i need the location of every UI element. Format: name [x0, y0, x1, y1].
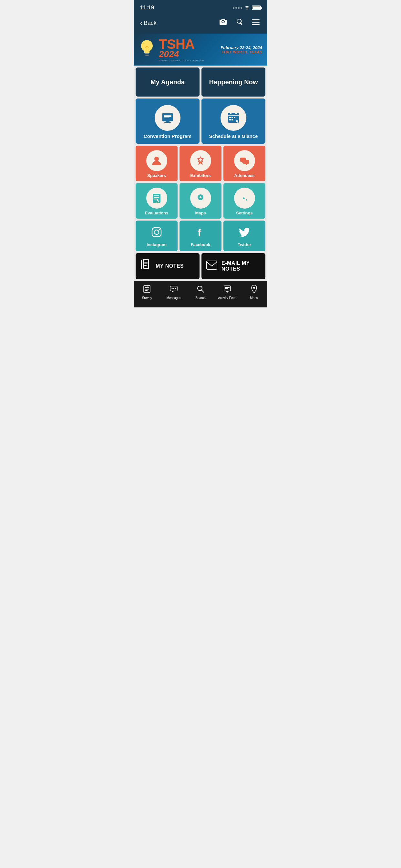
camera-button[interactable] — [218, 17, 228, 29]
year-text: 2024 — [159, 50, 204, 59]
speakers-row: Speakers Exhibitors — [135, 146, 266, 181]
settings-icon — [234, 188, 255, 209]
my-agenda-button[interactable]: My Agenda — [135, 67, 199, 97]
evaluations-label: Evaluations — [145, 211, 168, 215]
maps-label-tile: Maps — [195, 211, 206, 215]
exhibitors-button[interactable]: Exhibitors — [180, 146, 221, 181]
nav-maps[interactable]: Maps — [241, 283, 267, 301]
nav-bar: ‹ Back — [134, 13, 267, 34]
survey-label: Survey — [142, 296, 152, 300]
svg-text:f: f — [197, 226, 202, 238]
maps-button[interactable]: Maps — [180, 183, 221, 219]
svg-rect-13 — [228, 115, 239, 116]
svg-rect-0 — [252, 20, 259, 20]
email-notes-button[interactable]: E-MAIL MY NOTES — [202, 253, 266, 279]
svg-rect-2 — [252, 24, 259, 25]
exhibitors-label: Exhibitors — [190, 173, 211, 178]
svg-rect-4 — [145, 55, 149, 56]
tools-row: Evaluations Maps — [135, 183, 266, 219]
schedule-icon — [220, 105, 246, 131]
attendees-icon — [234, 150, 255, 171]
search-button[interactable] — [235, 17, 245, 29]
svg-rect-16 — [229, 117, 231, 118]
nav-survey[interactable]: Survey — [134, 283, 160, 301]
svg-point-54 — [172, 288, 173, 289]
event-dates: February 22-24, 2024 — [220, 45, 262, 51]
svg-point-37 — [246, 199, 248, 201]
svg-point-56 — [175, 288, 176, 289]
twitter-icon — [238, 226, 251, 240]
facebook-button[interactable]: f Facebook — [180, 221, 221, 251]
status-bar: 11:19 — [134, 0, 267, 13]
svg-rect-7 — [164, 115, 172, 116]
email-notes-label: E-MAIL MY NOTES — [221, 260, 261, 272]
svg-rect-18 — [234, 117, 235, 118]
svg-point-35 — [199, 196, 202, 198]
svg-point-36 — [243, 197, 245, 199]
svg-point-40 — [159, 228, 160, 230]
convention-program-label: Convention Program — [144, 133, 191, 139]
svg-rect-63 — [227, 291, 227, 292]
exhibitors-icon — [190, 150, 211, 171]
battery-icon — [252, 5, 261, 10]
svg-rect-29 — [154, 195, 159, 196]
wifi-icon — [244, 5, 250, 11]
instagram-button[interactable]: Instagram — [135, 221, 178, 251]
happening-now-label: Happening Now — [209, 79, 258, 86]
nav-search-icon — [196, 285, 205, 295]
notes-row: MY NOTES E-MAIL MY NOTES — [135, 253, 266, 279]
svg-rect-62 — [226, 291, 228, 291]
svg-rect-20 — [232, 119, 233, 120]
speakers-button[interactable]: Speakers — [135, 146, 178, 181]
svg-point-39 — [154, 230, 159, 235]
speakers-icon — [146, 150, 167, 171]
svg-rect-46 — [144, 265, 147, 266]
svg-rect-6 — [162, 113, 173, 121]
survey-icon — [143, 285, 151, 295]
svg-rect-31 — [154, 198, 157, 199]
svg-rect-30 — [154, 197, 159, 198]
svg-rect-9 — [164, 118, 169, 118]
banner-subtitle: Annual Convention & Exhibition — [159, 59, 204, 62]
attendees-button[interactable]: Attendees — [223, 146, 266, 181]
settings-label: Settings — [236, 211, 252, 215]
svg-rect-50 — [145, 289, 149, 290]
nav-activity-feed[interactable]: Activity Feed — [214, 283, 241, 301]
svg-rect-11 — [164, 122, 171, 123]
main-content: My Agenda Happening Now Convention Progr… — [134, 66, 267, 281]
svg-rect-1 — [252, 22, 259, 23]
top-button-row: My Agenda Happening Now — [135, 67, 266, 97]
messages-label: Messages — [166, 296, 181, 300]
maps-icon — [190, 188, 211, 209]
menu-button[interactable] — [251, 18, 261, 28]
svg-rect-8 — [164, 116, 172, 117]
convention-program-button[interactable]: Convention Program — [135, 98, 199, 144]
my-notes-button[interactable]: MY NOTES — [135, 253, 199, 279]
event-location: Fort Worth, Texas — [220, 50, 262, 54]
my-notes-label: MY NOTES — [156, 263, 184, 269]
email-icon — [206, 260, 218, 272]
svg-rect-49 — [147, 287, 149, 288]
signal-icon — [233, 7, 242, 9]
nav-search[interactable]: Search — [187, 283, 214, 301]
svg-point-55 — [174, 288, 174, 289]
svg-rect-44 — [144, 262, 148, 262]
evaluations-icon — [146, 188, 167, 209]
happening-now-button[interactable]: Happening Now — [202, 67, 266, 97]
nav-messages[interactable]: Messages — [160, 283, 187, 301]
settings-button[interactable]: Settings — [223, 183, 266, 219]
evaluations-button[interactable]: Evaluations — [135, 183, 178, 219]
svg-rect-14 — [230, 113, 232, 114]
svg-point-22 — [154, 157, 159, 161]
svg-rect-17 — [232, 117, 233, 118]
svg-rect-45 — [144, 264, 148, 264]
back-button[interactable]: ‹ Back — [140, 20, 157, 27]
back-chevron-icon: ‹ — [140, 20, 143, 27]
svg-rect-47 — [207, 261, 217, 269]
event-banner: TSHA 2024 Annual Convention & Exhibition… — [134, 34, 267, 66]
speakers-label: Speakers — [147, 173, 166, 178]
twitter-button[interactable]: Twitter — [223, 221, 266, 251]
activity-feed-icon — [223, 285, 232, 295]
schedule-glance-button[interactable]: Schedule at a Glance — [202, 98, 266, 144]
svg-rect-60 — [225, 287, 229, 288]
